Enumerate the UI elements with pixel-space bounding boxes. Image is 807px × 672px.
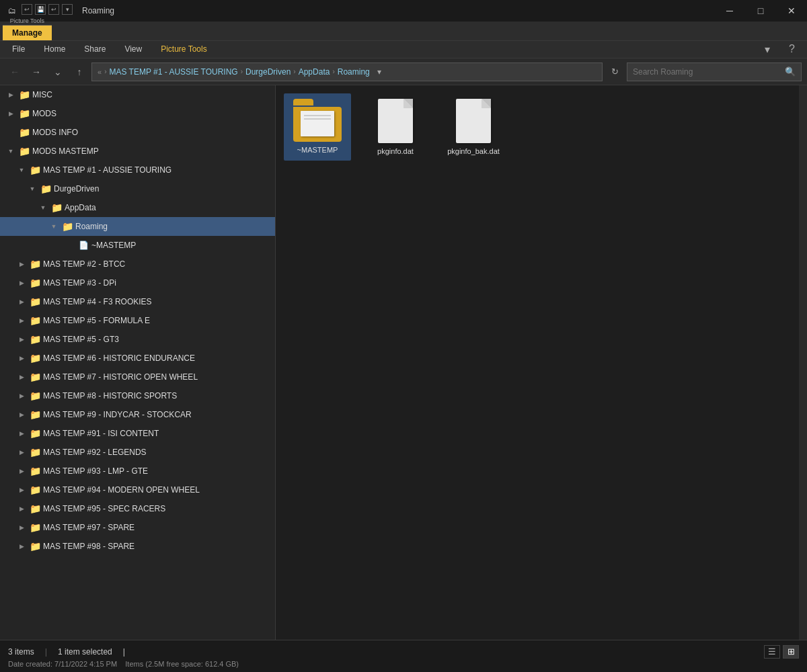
breadcrumb-mas-temp[interactable]: MAS TEMP #1 - AUSSIE TOURING <box>109 67 237 77</box>
nav-up-button[interactable]: ↑ <box>70 62 89 81</box>
maximize-button[interactable]: □ <box>745 0 776 22</box>
quick-dropdown-icon[interactable]: ▾ <box>62 4 73 15</box>
close-button[interactable]: ✕ <box>776 0 807 22</box>
tree-toggle-mas-temp-94[interactable]: ▶ <box>16 485 27 495</box>
quick-access-icon[interactable]: ↩ <box>22 4 32 15</box>
view-large-icons-button[interactable]: ⊞ <box>783 645 799 659</box>
tree-toggle-mods-info[interactable] <box>5 127 16 138</box>
sidebar-item-mas-temp-5e[interactable]: ▶📁MAS TEMP #5 - FORMULA E <box>0 311 275 330</box>
search-input[interactable] <box>633 67 782 77</box>
refresh-button[interactable]: ↻ <box>605 62 624 81</box>
view-details-button[interactable]: ☰ <box>764 645 780 659</box>
tree-toggle-roaming[interactable]: ▼ <box>48 221 59 232</box>
sidebar-item-mas-temp-8[interactable]: ▶📁MAS TEMP #8 - HISTORIC SPORTS <box>0 386 275 405</box>
tree-label-mas-temp-98: MAS TEMP #98 - SPARE <box>43 542 134 551</box>
quick-save-icon[interactable]: 💾 <box>35 4 46 15</box>
sidebar-item-appdata[interactable]: ▼📁AppData <box>0 198 275 217</box>
tree-toggle-mas-temp-91[interactable]: ▶ <box>16 428 27 439</box>
sidebar-item-mas-temp-97[interactable]: ▶📁MAS TEMP #97 - SPARE <box>0 518 275 537</box>
tree-label-mas-temp-2: MAS TEMP #2 - BTCC <box>43 259 125 269</box>
tree-toggle-mas-temp-92[interactable]: ▶ <box>16 447 27 458</box>
tree-toggle-mas-temp-6[interactable]: ▶ <box>16 353 27 364</box>
file-item-mastemp-folder[interactable]: ~MASTEMP <box>284 93 351 161</box>
file-name-pkginfo: pkginfo.dat <box>377 147 414 155</box>
nav-up-small-button[interactable]: ⌄ <box>48 62 67 81</box>
sidebar-item-durgedriven[interactable]: ▼📁DurgeDriven <box>0 179 275 198</box>
tree-toggle-mas-temp-8[interactable]: ▶ <box>16 390 27 401</box>
tree-toggle-mastemp[interactable] <box>65 240 75 251</box>
nav-back-button[interactable]: ← <box>5 62 24 81</box>
sidebar-item-roaming[interactable]: ▼📁Roaming <box>0 217 275 236</box>
tree-toggle-mods[interactable]: ▶ <box>5 108 16 119</box>
tree-toggle-mas-temp-98[interactable]: ▶ <box>16 541 27 552</box>
sidebar-item-mas-temp-3[interactable]: ▶📁MAS TEMP #3 - DPi <box>0 274 275 292</box>
ribbon-expand-btn[interactable]: ▾ <box>755 40 779 58</box>
sidebar-item-mas-temp-98[interactable]: ▶📁MAS TEMP #98 - SPARE <box>0 537 275 556</box>
breadcrumb-roaming[interactable]: Roaming <box>338 67 370 77</box>
tree-toggle-mas-temp-5e[interactable]: ▶ <box>16 315 27 326</box>
tab-share[interactable]: Share <box>75 40 115 58</box>
tree-label-mas-temp-94: MAS TEMP #94 - MODERN OPEN WHEEL <box>43 485 200 495</box>
title-bar-controls: ─ □ ✕ <box>714 0 807 22</box>
tab-view[interactable]: View <box>115 40 151 58</box>
tree-toggle-mods-mastemp[interactable]: ▼ <box>5 146 16 157</box>
sidebar-item-mas-temp-5gt[interactable]: ▶📁MAS TEMP #5 - GT3 <box>0 330 275 349</box>
help-btn[interactable]: ? <box>779 40 804 58</box>
address-bar: ← → ⌄ ↑ « › MAS TEMP #1 - AUSSIE TOURING… <box>0 58 807 85</box>
breadcrumb-appdata[interactable]: AppData <box>299 67 330 77</box>
tree-toggle-mas-temp-93[interactable]: ▶ <box>16 466 27 476</box>
tree-toggle-mas-temp-1[interactable]: ▼ <box>16 165 27 175</box>
tree-toggle-durgedriven[interactable]: ▼ <box>27 183 38 194</box>
sidebar-item-mas-temp-94[interactable]: ▶📁MAS TEMP #94 - MODERN OPEN WHEEL <box>0 480 275 499</box>
sidebar-item-mas-temp-91[interactable]: ▶📁MAS TEMP #91 - ISI CONTENT <box>0 424 275 443</box>
sidebar-item-misc[interactable]: ▶📁MISC <box>0 85 275 104</box>
sidebar-item-mas-temp-4[interactable]: ▶📁MAS TEMP #4 - F3 ROOKIES <box>0 292 275 311</box>
sidebar-item-mas-temp-93[interactable]: ▶📁MAS TEMP #93 - LMP - GTE <box>0 462 275 480</box>
tab-home[interactable]: Home <box>34 40 75 58</box>
tree-toggle-mas-temp-3[interactable]: ▶ <box>16 278 27 288</box>
sidebar-item-mas-temp-9[interactable]: ▶📁MAS TEMP #9 - INDYCAR - STOCKCAR <box>0 405 275 424</box>
tab-picture-tools[interactable]: Picture Tools <box>151 40 216 58</box>
tree-toggle-appdata[interactable]: ▼ <box>38 202 48 213</box>
tree-toggle-misc[interactable]: ▶ <box>5 89 16 100</box>
folder-icon-mas-temp-4: 📁 <box>29 296 41 307</box>
minimize-button[interactable]: ─ <box>714 0 745 22</box>
file-item-pkginfo[interactable]: pkginfo.dat <box>362 93 429 161</box>
sidebar-item-mas-temp-6[interactable]: ▶📁MAS TEMP #6 - HISTORIC ENDURANCE <box>0 349 275 368</box>
sidebar-item-mas-temp-1[interactable]: ▼📁MAS TEMP #1 - AUSSIE TOURING <box>0 161 275 179</box>
breadcrumb-dropdown[interactable]: ▾ <box>373 62 386 81</box>
sidebar-item-mods-mastemp[interactable]: ▼📁MODS MASTEMP <box>0 142 275 161</box>
search-icon[interactable]: 🔍 <box>785 67 796 77</box>
sidebar-item-mods[interactable]: ▶📁MODS <box>0 104 275 123</box>
file-icon-large-pkginfo <box>378 99 413 143</box>
sidebar-item-mas-temp-2[interactable]: ▶📁MAS TEMP #2 - BTCC <box>0 255 275 274</box>
file-icon-large-pkginfo-bak <box>456 99 491 143</box>
tree-toggle-mas-temp-7[interactable]: ▶ <box>16 372 27 382</box>
file-item-pkginfo-bak[interactable]: pkginfo_bak.dat <box>440 93 507 161</box>
tab-file[interactable]: File <box>3 40 34 58</box>
sidebar-item-mods-info[interactable]: 📁MODS INFO <box>0 123 275 142</box>
status-left: 3 items | 1 item selected | <box>8 646 125 657</box>
folder-icon-durgedriven: 📁 <box>40 183 52 194</box>
tree-toggle-mas-temp-4[interactable]: ▶ <box>16 296 27 307</box>
file-name-mastemp-folder: ~MASTEMP <box>297 146 338 154</box>
sidebar-item-mas-temp-95[interactable]: ▶📁MAS TEMP #95 - SPEC RACERS <box>0 499 275 518</box>
quick-action-icon[interactable]: ↩ <box>48 4 59 15</box>
right-scrollbar[interactable] <box>799 85 807 640</box>
sidebar-item-mastemp[interactable]: 📄~MASTEMP <box>0 236 275 255</box>
tab-manage[interactable]: Manage <box>3 26 52 40</box>
tree-label-mas-temp-92: MAS TEMP #92 - LEGENDS <box>43 448 147 457</box>
breadcrumb-sep-1: › <box>241 68 243 75</box>
breadcrumb-sep-0: › <box>104 68 106 75</box>
status-bar: 3 items | 1 item selected | ☰ ⊞ Date cre… <box>0 640 807 672</box>
nav-forward-button[interactable]: → <box>27 62 46 81</box>
tree-toggle-mas-temp-9[interactable]: ▶ <box>16 409 27 420</box>
sidebar-item-mas-temp-7[interactable]: ▶📁MAS TEMP #7 - HISTORIC OPEN WHEEL <box>0 368 275 386</box>
tree-toggle-mas-temp-95[interactable]: ▶ <box>16 503 27 514</box>
sidebar-item-mas-temp-92[interactable]: ▶📁MAS TEMP #92 - LEGENDS <box>0 443 275 462</box>
breadcrumb-durgedriven[interactable]: DurgeDriven <box>245 67 291 77</box>
tree-toggle-mas-temp-5gt[interactable]: ▶ <box>16 334 27 345</box>
tree-toggle-mas-temp-97[interactable]: ▶ <box>16 522 27 533</box>
tree-toggle-mas-temp-2[interactable]: ▶ <box>16 259 27 269</box>
folder-icon-mods-mastemp: 📁 <box>18 146 30 157</box>
